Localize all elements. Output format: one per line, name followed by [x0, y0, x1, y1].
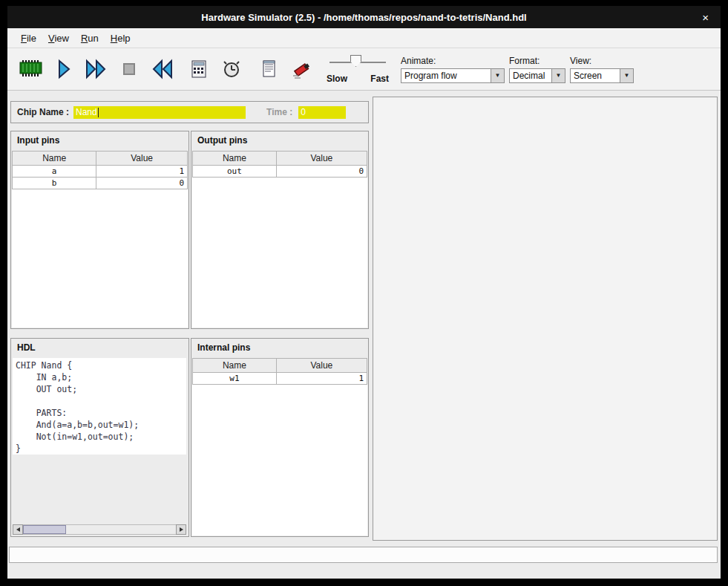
rewind-icon — [150, 58, 174, 80]
eraser-icon — [289, 58, 313, 80]
load-script-button[interactable] — [252, 52, 285, 86]
hdl-code: CHIP Nand { IN a,b; OUT out; PARTS: And(… — [13, 358, 186, 455]
screen-display-area — [373, 97, 718, 541]
pin-name-cell: b — [13, 178, 96, 189]
single-step-icon — [53, 58, 75, 80]
pin-value-cell: 1 — [276, 373, 367, 385]
title-bar[interactable]: Hardware Simulator (2.5) - /home/thomas/… — [7, 6, 721, 28]
name-column-header: Name — [193, 359, 277, 373]
load-chip-button[interactable] — [15, 52, 47, 86]
slider-slow-label: Slow — [327, 74, 347, 84]
chevron-down-icon[interactable]: ▼ — [491, 69, 504, 82]
hdl-horizontal-scrollbar — [13, 524, 186, 535]
clock-button[interactable] — [215, 52, 248, 86]
scrollbar-thumb[interactable] — [23, 525, 66, 534]
triangle-left-icon — [16, 527, 20, 532]
animate-select[interactable]: Program flow ▼ — [401, 68, 505, 83]
fast-forward-icon — [85, 58, 108, 80]
name-column-header: Name — [13, 152, 96, 166]
calculator-button[interactable] — [183, 52, 215, 86]
view-group: View: Screen ▼ — [570, 56, 634, 83]
stop-icon — [118, 58, 140, 80]
internal-pins-viewport: Name Value w1 1 — [192, 358, 367, 535]
pin-row-w1: w1 1 — [193, 373, 367, 385]
internal-pins-title: Internal pins — [191, 339, 368, 355]
pin-name-cell: w1 — [193, 373, 277, 385]
chip-name-field[interactable]: Nand — [73, 106, 246, 119]
menu-run[interactable]: Run — [75, 30, 105, 46]
stop-button[interactable] — [113, 52, 145, 86]
chip-header-panel: Chip Name : Nand Time : 0 — [10, 101, 369, 123]
value-column-header: Value — [96, 152, 188, 166]
output-pins-title: Output pins — [191, 131, 368, 148]
input-pins-title: Input pins — [11, 131, 188, 148]
pin-name-cell: a — [13, 166, 96, 178]
animate-label: Animate: — [401, 56, 505, 66]
slider-thumb[interactable] — [350, 55, 361, 67]
input-pins-viewport: Name Value a 1 b 0 — [12, 151, 188, 328]
status-message-bar — [9, 547, 718, 563]
chip-icon — [18, 58, 45, 80]
pin-row-a: a 1 — [13, 166, 188, 178]
slider-fast-label: Fast — [370, 74, 389, 84]
pin-value-cell[interactable]: 1 — [96, 166, 188, 178]
output-pins-panel: Output pins Name Value out 0 — [191, 131, 369, 329]
hdl-panel: HDL CHIP Nand { IN a,b; OUT out; PARTS: … — [10, 338, 189, 537]
window-title: Hardware Simulator (2.5) - /home/thomas/… — [201, 12, 526, 23]
input-pins-panel: Input pins Name Value a 1 — [10, 131, 189, 329]
single-step-button[interactable] — [47, 52, 80, 86]
main-content: Chip Name : Nand Time : 0 Input pins Nam… — [7, 91, 721, 579]
menu-view[interactable]: View — [42, 30, 75, 46]
text-caret — [98, 108, 99, 117]
reset-button[interactable] — [145, 52, 178, 86]
close-icon[interactable]: × — [702, 12, 709, 23]
animate-value: Program flow — [404, 71, 457, 81]
chip-name-value: Nand — [76, 107, 97, 117]
pin-row-out: out 0 — [193, 166, 367, 178]
pin-value-cell-editing[interactable]: 0 — [96, 178, 188, 189]
chip-name-label: Chip Name : — [17, 107, 69, 117]
scrollbar-track[interactable] — [23, 524, 176, 535]
animate-group: Animate: Program flow ▼ — [401, 56, 505, 83]
chevron-down-icon[interactable]: ▼ — [620, 69, 633, 82]
speed-slider: Slow Fast — [327, 53, 389, 85]
chevron-down-icon[interactable]: ▼ — [551, 69, 565, 82]
scroll-right-button[interactable] — [176, 524, 186, 535]
internal-pins-panel: Internal pins Name Value w1 1 — [191, 338, 369, 537]
time-label: Time : — [266, 107, 292, 117]
view-label: View: — [570, 56, 634, 66]
format-select[interactable]: Decimal ▼ — [509, 68, 565, 83]
format-label: Format: — [509, 56, 565, 66]
time-value: 0 — [301, 107, 306, 117]
value-column-header: Value — [276, 152, 367, 166]
time-field: 0 — [298, 106, 346, 119]
pin-row-b: b 0 — [13, 178, 188, 189]
menu-help[interactable]: Help — [105, 30, 137, 46]
pin-value-cell: 0 — [276, 166, 367, 178]
format-value: Decimal — [513, 71, 545, 81]
value-column-header: Value — [276, 359, 367, 373]
menu-bar: File View Run Help — [7, 28, 721, 48]
hdl-title: HDL — [11, 339, 188, 355]
name-column-header: Name — [193, 152, 277, 166]
calculator-icon — [188, 58, 210, 80]
output-pins-viewport: Name Value out 0 — [192, 151, 367, 328]
view-select[interactable]: Screen ▼ — [570, 68, 634, 83]
view-value: Screen — [574, 71, 602, 81]
scroll-left-button[interactable] — [13, 524, 23, 535]
pin-name-cell: out — [193, 166, 277, 178]
hardware-simulator-window: Hardware Simulator (2.5) - /home/thomas/… — [7, 6, 721, 579]
format-group: Format: Decimal ▼ — [509, 56, 565, 83]
clear-button[interactable] — [285, 52, 318, 86]
run-button[interactable] — [80, 52, 113, 86]
menu-file[interactable]: File — [15, 30, 42, 46]
toolbar: Slow Fast Animate: Program flow ▼ Format… — [7, 48, 721, 91]
triangle-right-icon — [180, 527, 183, 532]
clock-icon — [220, 58, 243, 80]
script-icon — [258, 58, 280, 80]
